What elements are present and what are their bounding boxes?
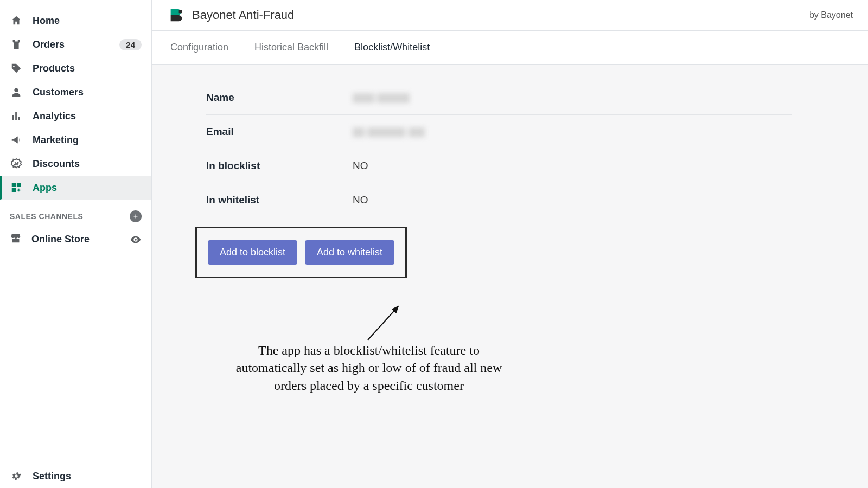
nav-label: Products [33,63,75,74]
nav-item-discounts[interactable]: Discounts [0,152,151,176]
gear-icon [10,470,23,483]
tab-configuration[interactable]: Configuration [167,31,232,64]
store-icon [10,232,22,247]
detail-value: NO [353,194,368,206]
view-store-button[interactable] [130,234,142,246]
nav-item-orders[interactable]: Orders 24 [0,33,151,56]
main-content: Bayonet Anti-Fraud by Bayonet Configurat… [152,0,868,488]
marketing-icon [10,133,23,146]
action-highlight-box: Add to blocklist Add to whitelist [195,227,407,278]
home-icon [10,14,23,27]
tab-blocklist-whitelist[interactable]: Blocklist/Whitelist [351,31,433,64]
redacted-name-value [353,92,410,104]
nav-item-settings[interactable]: Settings [0,464,151,488]
add-to-whitelist-button[interactable]: Add to whitelist [305,240,394,265]
nav-label: Discounts [33,158,80,170]
nav-item-analytics[interactable]: Analytics [0,104,151,128]
detail-row-email: Email [206,115,792,149]
sidebar: Home Orders 24 Products Customers [0,0,152,488]
apps-icon [10,181,23,194]
sales-channels-header: SALES CHANNELS [0,200,151,227]
products-icon [10,62,23,75]
app-header: Bayonet Anti-Fraud by Bayonet [152,0,868,31]
nav-label: Customers [33,87,84,98]
customer-detail-list: Name Email In blocklist NO In whi [206,81,792,217]
channel-label: Online Store [31,234,90,245]
nav-item-customers[interactable]: Customers [0,80,151,104]
analytics-icon [10,110,23,123]
nav-item-marketing[interactable]: Marketing [0,128,151,152]
nav-label: Apps [33,182,57,194]
detail-value: NO [353,160,368,172]
nav-item-products[interactable]: Products [0,56,151,80]
add-channel-button[interactable] [130,210,142,222]
nav-label: Orders [33,39,65,50]
detail-label: Name [206,92,353,104]
eye-icon [130,234,142,246]
detail-label: Email [206,126,353,138]
plus-icon [132,213,139,220]
section-label: SALES CHANNELS [10,212,83,221]
svg-rect-0 [179,10,182,14]
discounts-icon [10,157,23,170]
customers-icon [10,86,23,99]
bayonet-logo-icon [167,7,184,24]
orders-badge: 24 [119,39,142,50]
nav-item-apps[interactable]: Apps [0,176,151,200]
detail-row-whitelist: In whitelist NO [206,183,792,217]
nav-label: Analytics [33,111,76,122]
primary-nav: Home Orders 24 Products Customers [0,9,151,488]
detail-label: In whitelist [206,194,353,206]
tab-historical-backfill[interactable]: Historical Backfill [251,31,331,64]
by-line: by Bayonet [809,10,853,20]
nav-label: Marketing [33,134,79,146]
nav-label: Settings [33,471,71,482]
detail-row-name: Name [206,81,792,115]
orders-icon [10,38,23,51]
app-title: Bayonet Anti-Fraud [192,8,294,22]
detail-label: In blocklist [206,160,353,172]
channel-item-online-store[interactable]: Online Store [0,227,151,252]
annotation-text: The app has a blocklist/whitelist featur… [233,342,505,394]
tab-bar: Configuration Historical Backfill Blockl… [152,31,868,65]
nav-label: Home [33,15,60,27]
nav-item-home[interactable]: Home [0,9,151,33]
detail-row-blocklist: In blocklist NO [206,149,792,183]
add-to-blocklist-button[interactable]: Add to blocklist [208,240,297,265]
redacted-email-value [353,126,425,138]
content-area: Name Email In blocklist NO In whi [152,65,868,488]
